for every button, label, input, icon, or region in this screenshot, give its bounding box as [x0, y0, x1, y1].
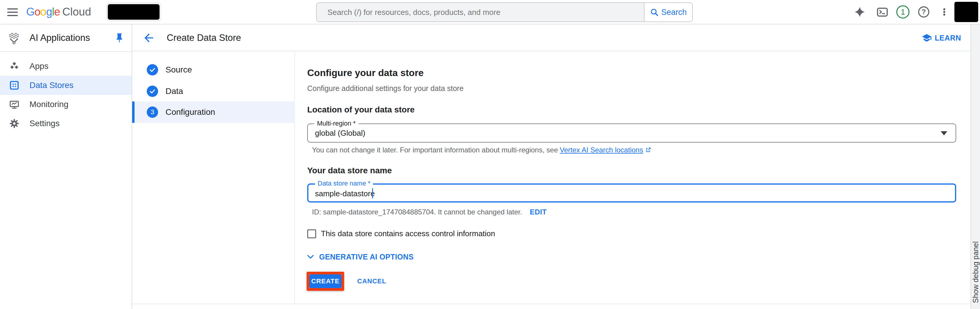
top-bar: GoogleCloud Search [0, 0, 980, 24]
cancel-button[interactable]: CANCEL [357, 277, 387, 285]
name-section-heading: Your data store name [307, 166, 392, 175]
learn-button[interactable]: LEARN [922, 24, 961, 51]
more-options-icon[interactable] [940, 0, 949, 24]
location-helper-text: You can not change it later. For importa… [312, 146, 651, 154]
step-data-check-icon [147, 86, 158, 97]
dropdown-arrow-icon [941, 131, 947, 135]
step-data[interactable]: Data [132, 80, 295, 102]
search-button[interactable]: Search [644, 3, 692, 21]
sidebar: AI Applications Apps [0, 24, 132, 309]
multi-region-value: global (Global) [315, 124, 365, 142]
sidebar-item-settings[interactable]: Settings [0, 114, 132, 133]
page-title: Create Data Store [167, 24, 241, 51]
action-buttons-row: CREATE CANCEL [307, 272, 387, 291]
show-debug-panel-label: Show debug panel [971, 241, 980, 303]
page-header [132, 24, 970, 51]
generative-ai-options-toggle[interactable]: GENERATIVE AI OPTIONS [306, 252, 414, 261]
step-configuration[interactable]: 3 Configuration [132, 101, 295, 123]
data-stores-icon [9, 80, 20, 90]
show-debug-panel-toggle[interactable]: Show debug panel [970, 24, 980, 309]
content-bottom-divider [132, 304, 970, 304]
project-selector-redacted [108, 4, 159, 20]
step-source-check-icon [147, 64, 158, 75]
help-icon[interactable]: ? [918, 0, 930, 24]
back-arrow-icon[interactable] [142, 31, 155, 46]
ai-applications-icon [8, 32, 20, 46]
gemini-icon[interactable] [854, 0, 866, 24]
external-link-icon [645, 147, 651, 153]
google-cloud-logo[interactable]: GoogleCloud [26, 0, 91, 24]
location-section-heading: Location of your data store [307, 105, 415, 115]
step-source[interactable]: Source [132, 59, 295, 80]
access-control-label: This data store contains access control … [321, 229, 495, 238]
avatar[interactable] [955, 2, 978, 22]
sidebar-item-monitoring[interactable]: Monitoring [0, 95, 132, 114]
edit-id-button[interactable]: EDIT [530, 208, 547, 216]
monitoring-icon [9, 99, 20, 109]
create-button[interactable]: CREATE [309, 274, 342, 288]
search-icon [650, 8, 659, 17]
step-configuration-number: 3 [147, 106, 158, 118]
apps-icon [9, 61, 20, 71]
sidebar-item-apps[interactable]: Apps [0, 57, 132, 76]
chevron-down-icon [306, 252, 315, 261]
pin-icon[interactable] [114, 32, 125, 45]
stepper: Source Data 3 Configuration [132, 52, 295, 304]
text-caret [372, 188, 373, 199]
search-bar: Search [316, 2, 693, 22]
form-subheading: Configure additional settings for your d… [307, 84, 463, 93]
sidebar-item-data-stores[interactable]: Data Stores [0, 76, 132, 95]
access-control-row[interactable]: This data store contains access control … [307, 229, 495, 238]
cloud-shell-icon[interactable] [877, 0, 888, 24]
sidebar-title: AI Applications [29, 24, 90, 51]
notifications-badge[interactable]: 1 [896, 0, 910, 24]
notification-count: 1 [896, 5, 910, 19]
search-field-area[interactable] [317, 3, 644, 21]
create-button-highlight-box: CREATE [307, 272, 344, 291]
graduation-cap-icon [922, 33, 932, 43]
vertex-ai-search-locations-link[interactable]: Vertex AI Search locations [560, 146, 643, 154]
multi-region-select[interactable]: Multi-region * global (Global) [307, 123, 956, 142]
hamburger-menu-icon[interactable] [7, 8, 18, 16]
data-store-id-helper: ID: sample-datastore_1747084885704. It c… [312, 208, 547, 216]
access-control-checkbox[interactable] [307, 229, 316, 238]
configuration-form: Configure your data store Configure addi… [295, 52, 970, 304]
screen: GoogleCloud Search [0, 0, 980, 309]
data-store-name-input[interactable] [314, 186, 941, 201]
settings-gear-icon [9, 118, 20, 128]
sidebar-header: AI Applications [0, 24, 132, 52]
svg-text:?: ? [922, 8, 926, 16]
project-selector[interactable] [106, 3, 161, 21]
search-input[interactable] [327, 8, 644, 17]
form-heading: Configure your data store [307, 67, 424, 78]
data-store-name-field[interactable]: Data store name * [307, 183, 956, 203]
